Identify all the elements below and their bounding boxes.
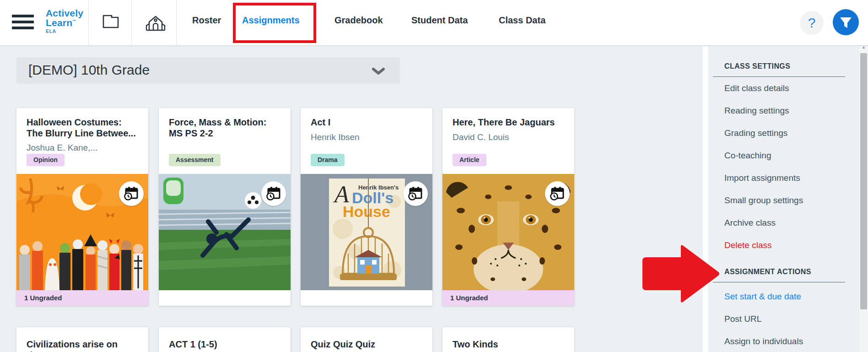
sidebar-item-set-start-due-date[interactable]: Set start & due date xyxy=(724,292,801,302)
assignment-card[interactable]: Civilizations arise on rivers xyxy=(16,327,148,352)
tab-roster[interactable]: Roster xyxy=(192,15,221,26)
sidebar-item-edit-class-details[interactable]: Edit class details xyxy=(724,83,789,93)
logo-product: ELA xyxy=(46,29,83,34)
assignment-author: David C. Louis xyxy=(453,132,566,142)
assignment-title: Civilizations arise on rivers xyxy=(27,339,140,352)
folder-icon[interactable] xyxy=(102,13,120,33)
filter-funnel-icon xyxy=(833,9,859,35)
assignment-title: Quiz Quiz Quiz xyxy=(311,339,424,350)
sidebar-item-small-group-settings[interactable]: Small group settings xyxy=(724,195,803,206)
chevron-down-icon xyxy=(372,67,385,76)
status-badge: 1 Ungraded xyxy=(16,290,148,306)
sidebar-item-grading-settings[interactable]: Grading settings xyxy=(724,128,787,138)
assignment-title: Halloween Costumes: The Blurry Line Betw… xyxy=(27,117,140,139)
divider xyxy=(713,282,845,282)
divider xyxy=(713,76,845,77)
assignment-title: Act I xyxy=(311,117,424,128)
schedule-icon[interactable] xyxy=(403,181,428,206)
assignment-cover-halloween xyxy=(16,174,148,290)
assignment-card[interactable]: Quiz Quiz Quiz xyxy=(301,327,432,352)
vertical-scrollbar[interactable]: ▲ xyxy=(859,41,868,352)
sidebar-item-co-teaching[interactable]: Co-teaching xyxy=(724,151,771,161)
logo-line1: Actively xyxy=(46,8,83,18)
actively-learn-logo[interactable]: Actively Learn™ ELA xyxy=(46,8,83,34)
logo-line2: Learn xyxy=(46,17,72,28)
assignment-author: Henrik Ibsen xyxy=(311,132,424,142)
assignment-card[interactable]: Act I Henrik Ibsen Drama Henrik Ibsen's … xyxy=(301,108,432,306)
assignment-card[interactable]: Halloween Costumes: The Blurry Line Betw… xyxy=(16,108,148,306)
assignment-card[interactable]: ACT 1 (1-5) xyxy=(159,327,291,352)
tag-badge: Assessment xyxy=(169,154,221,166)
sidebar-item-reading-settings[interactable]: Reading settings xyxy=(724,106,789,116)
schedule-icon[interactable] xyxy=(545,181,570,206)
tag-badge: Drama xyxy=(311,154,345,166)
sidebar-item-post-url[interactable]: Post URL xyxy=(724,314,761,324)
account-filter-button[interactable] xyxy=(833,9,859,35)
sidebar-header-class-settings: CLASS SETTINGS xyxy=(724,62,790,70)
trademark: ™ xyxy=(72,19,76,23)
schedule-icon[interactable] xyxy=(261,181,286,206)
assignment-title: ACT 1 (1-5) xyxy=(169,339,282,350)
assignment-title: Force, Mass & Motion: MS PS 2-2 xyxy=(169,117,282,139)
tag-badge: Opinion xyxy=(27,154,65,166)
sidebar-item-assign-to-individuals[interactable]: Assign to individuals xyxy=(724,336,803,347)
divider xyxy=(176,0,177,45)
svg-text:House: House xyxy=(343,203,390,220)
sidebar-header-assignment-actions: ASSIGNMENT ACTIONS xyxy=(724,268,811,276)
sidebar-item-import-assignments[interactable]: Import assignments xyxy=(724,173,800,183)
tab-assignments[interactable]: Assignments xyxy=(242,15,300,26)
divider xyxy=(131,0,132,45)
hamburger-menu-icon[interactable] xyxy=(12,15,34,32)
assignment-cover-jaguar xyxy=(442,174,574,290)
tab-class-data[interactable]: Class Data xyxy=(499,15,545,26)
assignment-author: Joshua E. Kane,... xyxy=(27,143,140,153)
tab-gradebook[interactable]: Gradebook xyxy=(334,15,383,26)
assignment-card[interactable]: Here, There Be Jaguars David C. Louis Ar… xyxy=(442,108,574,306)
tag-badge: Article xyxy=(453,154,486,166)
divider xyxy=(88,0,89,45)
status-badge: 1 Ungraded xyxy=(442,290,574,306)
divider xyxy=(703,46,708,352)
assignment-cover-soccer xyxy=(159,174,291,290)
question-icon: ? xyxy=(808,15,816,30)
assignment-cover-dolls-house: Henrik Ibsen's A Doll's House xyxy=(301,174,432,290)
assignment-card[interactable]: Force, Mass & Motion: MS PS 2-2 Assessme… xyxy=(159,108,291,306)
class-selector-value: [DEMO] 10th Grade xyxy=(28,62,150,78)
top-navigation-bar: Actively Learn™ ELA Roster Assignments G… xyxy=(0,0,868,46)
help-button[interactable]: ? xyxy=(800,11,824,35)
tab-student-data[interactable]: Student Data xyxy=(411,15,468,26)
assignment-card[interactable]: Two Kinds xyxy=(442,327,574,352)
assignment-title: Here, There Be Jaguars xyxy=(453,117,566,128)
sidebar-item-archive-class[interactable]: Archive class xyxy=(724,218,776,228)
assignment-title: Two Kinds xyxy=(453,339,566,350)
schedule-icon[interactable] xyxy=(119,181,144,206)
sidebar-item-delete-class[interactable]: Delete class xyxy=(724,240,772,250)
class-selector-dropdown[interactable]: [DEMO] 10th Grade xyxy=(16,57,400,84)
school-icon[interactable] xyxy=(146,13,166,34)
scrollbar-thumb[interactable] xyxy=(860,53,867,309)
